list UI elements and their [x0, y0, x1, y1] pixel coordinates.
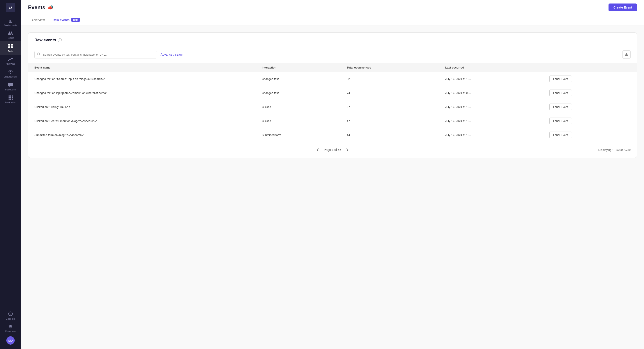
page-info: Page 1 of 55	[324, 148, 341, 151]
page-title: Events	[28, 4, 45, 10]
tab-raw-events[interactable]: Raw events Beta	[49, 15, 84, 25]
sidebar-logo[interactable]: u	[6, 3, 15, 12]
col-total-occurrences: Total occurrences	[340, 63, 439, 72]
label-event-cell: Label Event	[543, 72, 637, 86]
svg-rect-11	[10, 95, 11, 96]
total-occurrences-cell: 82	[340, 72, 439, 86]
sidebar-bottom: ? Get Help ⚙ Configure MU	[0, 309, 21, 346]
svg-rect-7	[10, 73, 11, 73]
svg-rect-12	[12, 95, 13, 96]
search-row: Advanced search	[28, 50, 637, 63]
sidebar-label-configure: Configure	[5, 330, 16, 332]
label-event-cell: Label Event	[543, 128, 637, 142]
svg-rect-18	[12, 98, 13, 100]
event-name-cell: Clicked on "Pricing" link on /	[28, 100, 256, 114]
label-event-button[interactable]: Label Event	[549, 75, 572, 82]
svg-point-5	[10, 71, 11, 72]
svg-rect-2	[8, 46, 10, 48]
advanced-search-link[interactable]: Advanced search	[160, 53, 184, 56]
configure-icon: ⚙	[8, 325, 12, 329]
sidebar-label-get-help: Get Help	[6, 318, 15, 320]
last-occurred-cell: July 17, 2024 at 10...	[439, 72, 543, 86]
sidebar-label-feedback: Feedback	[5, 88, 16, 91]
events-table: Event name Interaction Total occurrences…	[28, 63, 637, 142]
sidebar-item-people[interactable]: People	[0, 29, 21, 41]
svg-rect-15	[12, 97, 13, 98]
interaction-cell: Clicked	[256, 114, 340, 128]
label-event-button[interactable]: Label Event	[549, 118, 572, 124]
event-name-cell: Submitted form on /blog/?s=*&search=*	[28, 128, 256, 142]
label-event-button[interactable]: Label Event	[549, 132, 572, 138]
card-title-row: Raw events i	[34, 38, 62, 42]
total-occurrences-cell: 47	[340, 114, 439, 128]
col-actions	[543, 63, 637, 72]
tab-overview[interactable]: Overview	[28, 15, 49, 25]
svg-rect-0	[8, 44, 10, 45]
sidebar-item-production[interactable]: Production	[0, 93, 21, 106]
info-icon[interactable]: i	[58, 38, 62, 42]
last-occurred-cell: July 17, 2024 at 10...	[439, 128, 543, 142]
label-event-cell: Label Event	[543, 100, 637, 114]
create-event-button[interactable]: Create Event	[608, 3, 637, 11]
table-row: Changed text on input[name="email"] on /…	[28, 86, 637, 100]
svg-rect-3	[11, 46, 13, 48]
event-name-cell: Clicked on "Search" input on /blog/?s=*&…	[28, 114, 256, 128]
sidebar-label-engagement: Engagement	[4, 75, 17, 78]
beta-badge: Beta	[71, 18, 80, 22]
table-row: Clicked on "Search" input on /blog/?s=*&…	[28, 114, 637, 128]
display-info: Displaying 1 - 50 of 2,739	[598, 148, 631, 151]
sidebar-label-data: Data	[8, 50, 13, 52]
raw-events-card: Raw events i Advanced search	[28, 32, 637, 158]
interaction-cell: Changed text	[256, 72, 340, 86]
sidebar-item-feedback[interactable]: Feedback	[0, 80, 21, 93]
content-area: Raw events i Advanced search	[21, 25, 644, 349]
data-icon	[8, 43, 13, 49]
svg-rect-14	[10, 97, 11, 98]
main-content: Events 📣 Create Event Overview Raw event…	[21, 0, 644, 349]
last-occurred-cell: July 17, 2024 at 10...	[439, 114, 543, 128]
search-icon	[37, 52, 40, 56]
card-title: Raw events	[34, 38, 56, 42]
label-event-button[interactable]: Label Event	[549, 89, 572, 96]
total-occurrences-cell: 74	[340, 86, 439, 100]
table-row: Submitted form on /blog/?s=*&search=* Su…	[28, 128, 637, 142]
feedback-icon	[8, 82, 13, 87]
people-icon	[8, 31, 13, 36]
next-page-button[interactable]	[344, 146, 351, 153]
table-row: Clicked on "Pricing" link on / Clicked 6…	[28, 100, 637, 114]
events-table-container: Event name Interaction Total occurrences…	[28, 63, 637, 142]
search-input[interactable]	[34, 51, 157, 58]
prev-page-button[interactable]	[314, 146, 321, 153]
svg-rect-16	[8, 98, 10, 100]
sidebar-item-engagement[interactable]: Engagement	[0, 67, 21, 80]
event-name-cell: Changed text on "Search" input on /blog/…	[28, 72, 256, 86]
sidebar-label-analytics: Analytics	[6, 62, 15, 65]
sidebar-label-people: People	[7, 36, 14, 39]
col-interaction: Interaction	[256, 63, 340, 72]
megaphone-icon: 📣	[48, 4, 54, 10]
svg-rect-13	[8, 97, 10, 98]
label-event-cell: Label Event	[543, 114, 637, 128]
col-event-name: Event name	[28, 63, 256, 72]
col-last-occurred: Last occurred	[439, 63, 543, 72]
last-occurred-cell: July 17, 2024 at 05...	[439, 86, 543, 100]
sidebar-label-dashboards: Dashboards	[4, 24, 17, 27]
label-event-cell: Label Event	[543, 86, 637, 100]
tabs-bar: Overview Raw events Beta	[21, 15, 644, 25]
avatar[interactable]: MU	[6, 336, 15, 345]
sidebar-item-data[interactable]: Data	[0, 41, 21, 55]
dashboards-icon: ⊞	[9, 19, 12, 23]
pagination: Page 1 of 55 Displaying 1 - 50 of 2,739	[28, 142, 637, 158]
title-row: Events 📣	[28, 4, 54, 10]
label-event-button[interactable]: Label Event	[549, 104, 572, 110]
total-occurrences-cell: 67	[340, 100, 439, 114]
download-button[interactable]	[622, 50, 631, 59]
svg-rect-6	[10, 70, 11, 70]
sidebar-item-dashboards[interactable]: ⊞ Dashboards	[0, 17, 21, 29]
sidebar: u ⊞ Dashboards People Data Analy	[0, 0, 21, 349]
svg-rect-8	[8, 71, 10, 72]
sidebar-item-configure[interactable]: ⚙ Configure	[0, 322, 21, 335]
sidebar-item-get-help[interactable]: ? Get Help	[0, 309, 21, 322]
sidebar-item-analytics[interactable]: Analytics	[0, 55, 21, 67]
search-wrapper	[34, 51, 157, 58]
